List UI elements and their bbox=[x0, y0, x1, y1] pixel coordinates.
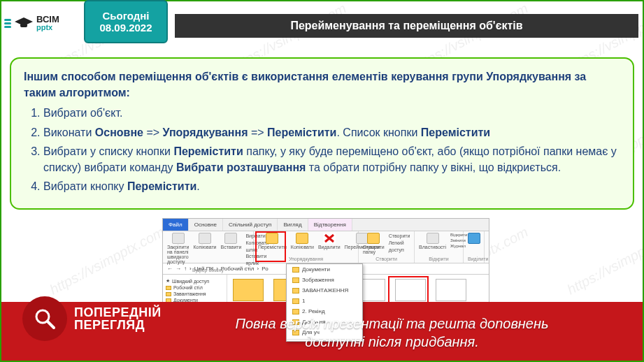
logo-stripes-icon bbox=[4, 19, 11, 28]
logo-text: ВСІМ pptx bbox=[36, 15, 59, 31]
preview-badge: ПОПЕРЕДНІЙ ПЕРЕГЛЯД bbox=[22, 296, 162, 341]
preview-text: ПОПЕРЕДНІЙ ПЕРЕГЛЯД bbox=[74, 306, 162, 331]
svg-rect-1 bbox=[20, 24, 27, 27]
step-1: Вибрати об'єкт. bbox=[43, 105, 620, 121]
copy-icon bbox=[199, 233, 211, 244]
dd-item: ЗАВАНТАЖЕННЯ bbox=[287, 285, 362, 296]
new-folder-icon bbox=[367, 233, 380, 244]
sidebar-row: Робочий стіл bbox=[164, 284, 225, 291]
step-3: Вибрати у списку кнопки Перемістити папк… bbox=[43, 143, 620, 175]
steps-list: Вибрати об'єкт. Виконати Основне => Упор… bbox=[24, 105, 620, 194]
ribbon-copyto-button: Копіювати bbox=[291, 233, 314, 249]
delete-icon bbox=[323, 233, 336, 244]
ribbon-properties-button: Властивості bbox=[419, 233, 446, 249]
overlay-msg-line2: доступні після придбання. bbox=[162, 333, 622, 351]
folder-icon bbox=[292, 298, 299, 304]
overlay-message: Повна версія презентації та решта доповн… bbox=[162, 314, 622, 351]
ribbon-newfolder-button: Створити папку bbox=[363, 233, 385, 254]
pin-icon bbox=[172, 233, 185, 244]
explorer-tab-share: Спільний доступ bbox=[223, 219, 278, 231]
dd-item: 1 bbox=[287, 296, 362, 306]
select-icon bbox=[468, 233, 480, 244]
explorer-tab-home: Основне bbox=[189, 219, 223, 231]
explorer-tab-file: Файл bbox=[163, 219, 189, 231]
explorer-tab-play: Відтворення bbox=[308, 219, 352, 231]
file-icon bbox=[395, 279, 426, 301]
slide-title: Перейменування та переміщення об'єктів bbox=[175, 14, 638, 38]
file-thumb bbox=[434, 279, 468, 301]
magnifier-circle bbox=[22, 296, 67, 341]
logo-text-line2: pptx bbox=[36, 24, 59, 31]
date-badge: Сьогодні 08.09.2022 bbox=[84, 0, 168, 43]
slide: https://vsimpptx.com https://vsimpptx.co… bbox=[0, 0, 644, 362]
ribbon-group-new: Створити папку Створити Легкий доступ Ст… bbox=[359, 231, 415, 263]
folder-icon bbox=[233, 279, 264, 301]
folder-icon bbox=[292, 277, 299, 283]
properties-icon bbox=[427, 233, 439, 244]
ribbon-group-organize: Перемістити Копіювати Видалити Переймену… bbox=[254, 231, 359, 263]
move-folder-icon bbox=[266, 233, 278, 244]
graduation-cap-icon bbox=[14, 16, 34, 30]
ribbon-group-open: Властивості Відкрити Змінити Журнал Відк… bbox=[415, 231, 464, 263]
watermark: https://vsimpptx.com bbox=[564, 224, 644, 298]
date-badge-date: 08.09.2022 bbox=[85, 22, 166, 34]
ribbon-paste-button: Вставити bbox=[221, 233, 242, 249]
step-4: Вибрати кнопку Перемістити. bbox=[43, 178, 620, 194]
dd-item: Документи bbox=[287, 264, 362, 275]
ribbon-group-select: Виділити bbox=[464, 231, 485, 263]
explorer-tabs: Файл Основне Спільний доступ Вигляд Відт… bbox=[163, 219, 489, 231]
content-intro: Іншим способом переміщення об'єктів є ви… bbox=[24, 68, 620, 101]
explorer-ribbon: Закріпити на панелі швидкого доступу Коп… bbox=[163, 231, 489, 263]
dd-item: Зображення bbox=[287, 275, 362, 285]
ribbon-delete-button: Видалити bbox=[318, 233, 341, 249]
folder-icon bbox=[292, 309, 299, 314]
file-thumb bbox=[394, 279, 427, 301]
explorer-tab-view: Вигляд bbox=[278, 219, 308, 231]
logo: ВСІМ pptx bbox=[4, 6, 81, 41]
preview-line1: ПОПЕРЕДНІЙ bbox=[74, 306, 162, 319]
folder-icon bbox=[292, 267, 299, 273]
ribbon-copy-button: Копіювати bbox=[193, 233, 216, 249]
sidebar-row: Завантаження bbox=[164, 291, 225, 297]
date-badge-label: Сьогодні bbox=[85, 10, 166, 22]
ribbon-pin-button: Закріпити на панелі швидкого доступу bbox=[167, 233, 189, 264]
magnifier-icon bbox=[32, 306, 57, 331]
step-2: Виконати Основне => Упорядкування => Пер… bbox=[43, 124, 620, 140]
ribbon-move-button: Перемістити bbox=[258, 233, 287, 249]
copy-folder-icon bbox=[296, 233, 308, 244]
file-icon bbox=[436, 279, 466, 301]
preview-line2: ПЕРЕГЛЯД bbox=[74, 319, 162, 331]
folder-icon bbox=[292, 288, 299, 294]
watermark: https://vsimpptx.com bbox=[47, 224, 167, 298]
content-box: Іншим способом переміщення об'єктів є ви… bbox=[10, 57, 634, 210]
folder-icon bbox=[166, 286, 171, 290]
star-icon: ★ bbox=[166, 278, 170, 284]
svg-line-3 bbox=[48, 321, 54, 328]
ribbon-select-button bbox=[468, 233, 480, 244]
ribbon-group-clipboard: Закріпити на панелі швидкого доступу Коп… bbox=[163, 231, 254, 263]
file-thumb bbox=[231, 279, 265, 301]
folder-icon bbox=[166, 292, 171, 296]
sidebar-row: ★Швидкий доступ bbox=[164, 277, 225, 284]
overlay-msg-line1: Повна версія презентації та решта доповн… bbox=[162, 314, 622, 333]
paste-icon bbox=[224, 233, 237, 244]
